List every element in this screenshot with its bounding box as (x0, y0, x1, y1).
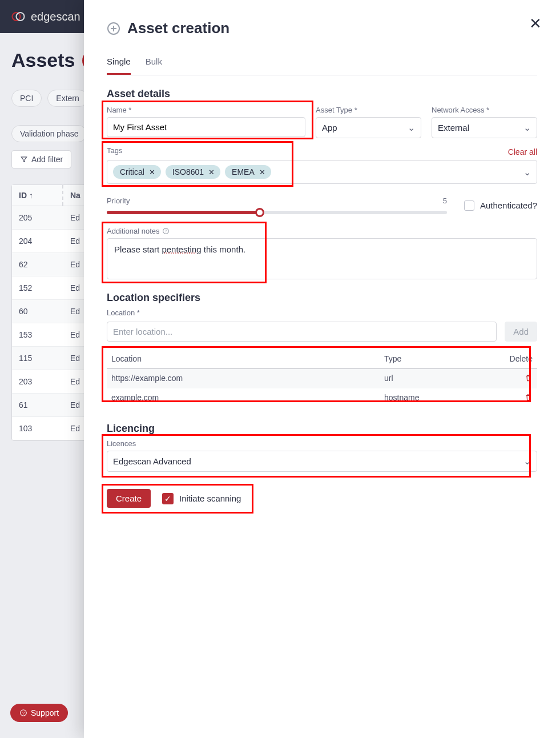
add-filter-label: Add filter (31, 155, 63, 164)
highlight-notes (102, 222, 267, 283)
plus-circle-icon (107, 22, 120, 35)
cell-name: Ed (63, 394, 87, 416)
asset-details-heading: Asset details (107, 88, 537, 100)
chevron-down-icon: ⌄ (523, 122, 531, 133)
priority-slider[interactable]: Priority 5 (107, 196, 447, 214)
cell-id: 60 (12, 300, 63, 323)
location-heading: Location specifiers (107, 292, 537, 304)
checkbox-icon (464, 200, 474, 211)
asset-type-label: Asset Type * (316, 106, 421, 114)
cell-name: Ed (63, 417, 87, 440)
add-location-button[interactable]: Add (505, 322, 537, 342)
filter-chip-extern[interactable]: Extern (47, 90, 87, 107)
network-select[interactable]: External⌄ (432, 117, 537, 138)
cell-name: Ed (63, 370, 87, 393)
support-label: Support (31, 708, 59, 717)
cell-id: 115 (12, 347, 63, 370)
tab-single[interactable]: Single (107, 57, 131, 75)
filter-chip-pci[interactable]: PCI (11, 90, 42, 107)
details-row-1: Name * Asset Type * App⌄ Network Access … (107, 106, 537, 138)
asset-creation-panel: ✕ Asset creation Single Bulk Asset detai… (84, 0, 560, 738)
clear-all-button[interactable]: Clear all (508, 147, 537, 157)
authenticated-toggle[interactable]: Authenticated? (464, 200, 537, 211)
cell-id: 205 (12, 206, 63, 229)
cell-id: 203 (12, 370, 63, 393)
location-input[interactable]: Enter location... (107, 322, 497, 342)
network-label: Network Access * (432, 106, 537, 114)
cell-name: Ed (63, 300, 87, 323)
cell-id: 61 (12, 394, 63, 416)
panel-title: Asset creation (107, 19, 537, 37)
location-label: Location * (107, 308, 537, 317)
sort-up-icon: ↑ (29, 191, 33, 200)
filter-icon (20, 155, 28, 163)
cell-id: 103 (12, 417, 63, 440)
highlight-location-table (102, 346, 531, 402)
help-icon: ? (19, 709, 27, 717)
cell-name: Ed (63, 323, 87, 346)
location-input-row: Enter location... Add (107, 322, 537, 342)
col-id[interactable]: ID ↑ (12, 185, 63, 206)
panel-title-text: Asset creation (127, 19, 229, 37)
cell-name: Ed (63, 206, 87, 229)
tabs: Single Bulk (107, 57, 537, 75)
priority-value: 5 (443, 196, 447, 205)
priority-label: Priority (107, 196, 130, 205)
licencing-heading: Licencing (107, 423, 537, 435)
chevron-down-icon: ⌄ (523, 167, 531, 178)
svg-text:?: ? (22, 711, 25, 715)
page-title-text: Assets (11, 49, 75, 71)
cell-id: 153 (12, 323, 63, 346)
highlight-licence (102, 434, 531, 478)
highlight-name (102, 101, 313, 139)
add-filter-button[interactable]: Add filter (11, 150, 71, 169)
chevron-down-icon: ⌄ (408, 122, 415, 133)
logo-icon (10, 9, 26, 25)
logo: edgescan (10, 9, 80, 25)
authenticated-label: Authenticated? (480, 200, 537, 210)
priority-row: Priority 5 Authenticated? (107, 196, 537, 214)
asset-type-select[interactable]: App⌄ (316, 117, 421, 138)
tab-bulk[interactable]: Bulk (146, 57, 162, 75)
filter-chip-validation[interactable]: Validation phase (11, 125, 87, 142)
cell-id: 204 (12, 230, 63, 252)
logo-text: edgescan (31, 10, 80, 23)
slider-thumb[interactable] (255, 208, 264, 217)
cell-id: 62 (12, 253, 63, 276)
cell-id: 152 (12, 276, 63, 299)
highlight-tags (102, 141, 293, 187)
close-icon[interactable]: ✕ (529, 15, 542, 33)
cell-name: Ed (63, 253, 87, 276)
cell-name: Ed (63, 347, 87, 370)
cell-name: Ed (63, 276, 87, 299)
cell-name: Ed (63, 230, 87, 252)
highlight-actions (102, 484, 253, 514)
support-button[interactable]: ? Support (10, 704, 68, 722)
